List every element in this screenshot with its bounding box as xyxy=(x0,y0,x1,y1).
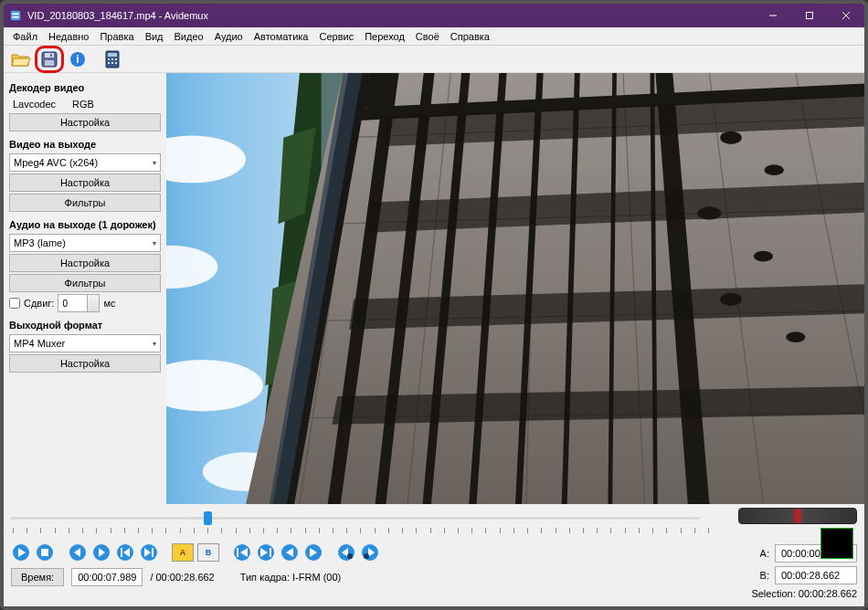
svg-rect-73 xyxy=(121,548,122,557)
next-black-button[interactable] xyxy=(360,542,380,563)
svg-rect-19 xyxy=(111,62,113,64)
nav-wheel[interactable] xyxy=(738,508,857,524)
shift-unit: мс xyxy=(103,298,115,309)
maximize-button[interactable] xyxy=(791,4,828,27)
decoder-lavcodec: Lavcodec xyxy=(13,99,56,110)
titlebar: VID_20180803_184617.mp4 - Avidemux xyxy=(4,4,864,27)
toolbar: i xyxy=(4,46,864,73)
svg-rect-2 xyxy=(13,16,19,18)
svg-rect-77 xyxy=(152,548,153,557)
frame-type-text: Тип кадра: I-FRM (00) xyxy=(240,572,342,583)
svg-point-90 xyxy=(347,553,353,559)
svg-rect-1 xyxy=(13,13,19,15)
svg-rect-79 xyxy=(237,548,238,557)
output-format-header: Выходной формат xyxy=(9,320,161,331)
goto-start-button[interactable] xyxy=(232,542,252,563)
svg-rect-16 xyxy=(111,58,113,60)
prev-frame-button[interactable] xyxy=(68,542,88,563)
menu-recent[interactable]: Недавно xyxy=(43,31,94,42)
goto-marker-a-button[interactable] xyxy=(280,542,300,563)
video-out-header: Видео на выходе xyxy=(9,139,161,150)
timeline-thumb[interactable] xyxy=(204,511,212,525)
svg-rect-15 xyxy=(108,58,110,60)
output-format-select[interactable]: MP4 Muxer xyxy=(9,334,161,352)
info-button[interactable]: i xyxy=(66,48,90,70)
menu-edit[interactable]: Правка xyxy=(94,31,139,42)
svg-rect-20 xyxy=(115,62,117,64)
next-keyframe-button[interactable] xyxy=(139,542,159,563)
audio-filters-button[interactable]: Фильтры xyxy=(9,274,161,292)
calculator-button[interactable] xyxy=(101,48,124,70)
video-settings-button[interactable]: Настройка xyxy=(9,174,161,192)
prev-keyframe-button[interactable] xyxy=(115,542,135,563)
timeline-slider[interactable] xyxy=(11,508,711,528)
menu-view[interactable]: Вид xyxy=(140,31,169,42)
set-marker-a-button[interactable]: A xyxy=(172,543,194,562)
save-highlight xyxy=(35,46,64,73)
close-button[interactable] xyxy=(828,4,864,27)
marker-b-label: B: xyxy=(760,570,769,581)
minimize-button[interactable] xyxy=(755,4,791,27)
svg-point-57 xyxy=(720,131,742,144)
time-label: Время: xyxy=(11,568,64,586)
menu-file[interactable]: Файл xyxy=(7,31,43,42)
prev-black-button[interactable] xyxy=(336,542,356,563)
audio-codec-select[interactable]: MP3 (lame) xyxy=(9,234,161,252)
svg-rect-14 xyxy=(108,53,117,57)
vu-meter xyxy=(820,528,853,559)
svg-point-62 xyxy=(786,331,805,342)
shift-value-input[interactable]: 0 xyxy=(58,294,100,312)
decoder-settings-button[interactable]: Настройка xyxy=(9,113,161,131)
svg-point-61 xyxy=(720,293,742,306)
app-icon xyxy=(9,9,22,22)
output-settings-button[interactable]: Настройка xyxy=(9,354,161,373)
next-frame-button[interactable] xyxy=(91,542,111,563)
content-area: Декодер видео Lavcodec RGB Настройка Вид… xyxy=(4,73,864,504)
sidebar: Декодер видео Lavcodec RGB Настройка Вид… xyxy=(4,73,166,504)
save-button[interactable] xyxy=(37,48,61,70)
decoder-header: Декодер видео xyxy=(9,82,161,93)
svg-text:i: i xyxy=(76,53,79,66)
timeline-ticks xyxy=(13,528,709,539)
shift-checkbox[interactable] xyxy=(9,298,20,309)
svg-point-58 xyxy=(765,164,784,175)
window-title: VID_20180803_184617.mp4 - Avidemux xyxy=(27,10,208,21)
goto-marker-b-button[interactable] xyxy=(303,542,323,563)
menubar: Файл Недавно Правка Вид Видео Аудио Авто… xyxy=(4,27,864,46)
video-codec-select[interactable]: Mpeg4 AVC (x264) xyxy=(9,153,161,172)
svg-point-59 xyxy=(697,206,721,219)
app-window: VID_20180803_184617.mp4 - Avidemux Файл … xyxy=(0,0,868,610)
play-button[interactable] xyxy=(11,542,31,563)
shift-label: Сдвиг: xyxy=(24,298,54,309)
svg-rect-9 xyxy=(45,60,54,66)
goto-end-button[interactable] xyxy=(256,542,276,563)
menu-audio[interactable]: Аудио xyxy=(209,31,249,42)
video-frame xyxy=(166,73,864,504)
audio-settings-button[interactable]: Настройка xyxy=(9,254,161,272)
menu-go[interactable]: Переход xyxy=(359,31,410,42)
svg-rect-0 xyxy=(11,11,21,21)
svg-rect-10 xyxy=(50,54,52,57)
svg-rect-8 xyxy=(45,53,54,58)
audio-out-header: Аудио на выходе (1 дорожек) xyxy=(9,219,161,230)
menu-custom[interactable]: Своё xyxy=(410,31,445,42)
bottom-panel: A B Время: 00:00:07.989 / 00:00:28.662 Т… xyxy=(4,504,864,606)
stop-button[interactable] xyxy=(35,542,55,563)
svg-point-60 xyxy=(754,251,773,262)
video-filters-button[interactable]: Фильтры xyxy=(9,194,161,212)
set-marker-b-button[interactable]: B xyxy=(197,543,219,562)
menu-help[interactable]: Справка xyxy=(445,31,495,42)
time-field[interactable]: 00:00:07.989 xyxy=(71,568,143,586)
svg-rect-4 xyxy=(807,13,813,19)
svg-rect-67 xyxy=(41,549,48,556)
open-button[interactable] xyxy=(9,48,33,70)
menu-auto[interactable]: Автоматика xyxy=(249,31,314,42)
svg-rect-17 xyxy=(115,58,117,60)
decoder-rgb: RGB xyxy=(72,99,94,110)
marker-b-field[interactable]: 00:00:28.662 xyxy=(775,566,857,584)
video-preview xyxy=(166,73,864,504)
playback-controls: A B xyxy=(11,542,711,563)
menu-video[interactable]: Видео xyxy=(169,31,209,42)
svg-point-93 xyxy=(364,553,369,559)
menu-tools[interactable]: Сервис xyxy=(313,31,359,42)
